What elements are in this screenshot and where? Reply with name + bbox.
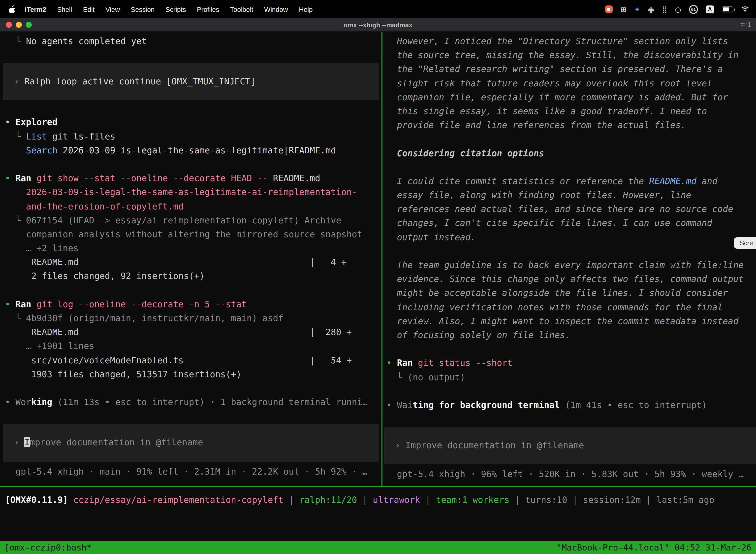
terminal-line: companion file, especially if more comme… xyxy=(386,90,756,104)
terminal-line: I could cite commit statistics or refere… xyxy=(386,174,756,188)
terminal-line: • Explored xyxy=(5,115,381,129)
window-title: omx --xhigh --madmax xyxy=(343,21,412,29)
terminal-line: Considering citation options xyxy=(386,146,756,160)
window-shortcut-badge: ⌥⌘1 xyxy=(740,21,751,28)
prompt-input-box[interactable]: › Improve documentation in @filename xyxy=(384,427,756,464)
menubar-item-scripts[interactable]: Scripts xyxy=(160,6,191,13)
terminal-line: • Ran git status --short xyxy=(386,356,756,370)
terminal-line: changes, I can't cite specific file line… xyxy=(386,216,756,230)
input-source-icon[interactable]: A xyxy=(706,5,714,13)
terminal-line: README.md | 280 + xyxy=(5,325,381,339)
pane-divider-horizontal xyxy=(0,486,756,487)
close-window-button[interactable] xyxy=(6,22,12,28)
menubar-item-profiles[interactable]: Profiles xyxy=(191,6,225,13)
menubar-item-session[interactable]: Session xyxy=(125,6,160,13)
terminal-line: companion analysis without altering the … xyxy=(5,227,381,241)
terminal-line: However, I noticed the "Directory Struct… xyxy=(386,34,756,48)
minimize-window-button[interactable] xyxy=(16,22,22,28)
screen-edge-overlay-button[interactable]: Scre xyxy=(734,237,756,249)
terminal-line: • Waiting for background terminal (1m 41… xyxy=(386,398,756,412)
terminal-line: └ 067f154 (HEAD -> essay/ai-reimplementa… xyxy=(5,213,381,227)
terminal-line: gpt-5.4 xhigh · 96% left · 520K in · 5.8… xyxy=(386,467,756,481)
traffic-lights xyxy=(6,22,32,28)
terminal-line: 2 files changed, 92 insertions(+) xyxy=(5,269,381,283)
apple-menu[interactable] xyxy=(9,5,15,13)
terminal-line: references need actual files, and since … xyxy=(386,202,756,216)
notice-box: › Ralph loop active continue [OMX_TMUX_I… xyxy=(3,63,379,100)
terminal-line: the source tree, missing the essay. Stil… xyxy=(386,48,756,62)
tmux-host-clock-label: "MacBook-Pro-44.local" 04:52 31-Mar-26 xyxy=(557,543,752,553)
terminal-line: • Ran git show --stat --oneline --decora… xyxy=(5,171,381,185)
terminal-line: review. Also, I might want to inspect th… xyxy=(386,314,756,328)
menubar-item-edit[interactable]: Edit xyxy=(78,6,100,13)
terminal-line: gpt-5.4 xhigh · main · 91% left · 2.31M … xyxy=(5,464,381,478)
terminal-line: └ No agents completed yet xyxy=(5,34,381,48)
terminal-line: └ 4b9d30f (origin/main, instructkr/main,… xyxy=(5,311,381,325)
terminal: └ No agents completed yet› Ralph loop ac… xyxy=(0,32,756,554)
terminal-line: and-the-erosion-of-copyleft.md xyxy=(5,199,381,213)
menubar-item-list: iTerm2ShellEditViewSessionScriptsProfile… xyxy=(19,5,318,14)
terminal-line xyxy=(386,132,756,146)
terminal-line: provide file and line references from th… xyxy=(386,118,756,132)
zoom-window-button[interactable] xyxy=(26,22,32,28)
terminal-line xyxy=(5,381,381,395)
omx-status-line: [OMX#0.11.9] cczip/essay/ai-reimplementa… xyxy=(5,493,714,507)
terminal-line: … +2 lines xyxy=(5,241,381,255)
menubar-item-iterm2[interactable]: iTerm2 xyxy=(19,6,52,13)
terminal-line: 1903 files changed, 513517 insertions(+) xyxy=(5,367,381,381)
battery-nub xyxy=(734,8,735,11)
battery-icon[interactable] xyxy=(722,6,733,12)
wifi-icon[interactable] xyxy=(741,6,749,12)
terminal-line: › Improve documentation in @filename xyxy=(395,438,756,452)
terminal-line: evidence. Since this change only affects… xyxy=(386,272,756,286)
terminal-line xyxy=(386,160,756,174)
screen-recording-indicator-icon[interactable] xyxy=(605,5,613,13)
terminal-line: › Ralph loop active continue [OMX_TMUX_I… xyxy=(14,74,379,88)
prompt-input-box[interactable]: › Improve documentation in @filename xyxy=(3,424,379,461)
terminal-line: src/voice/voiceModeEnabled.ts | 54 + xyxy=(5,353,381,367)
menubar-item-shell[interactable]: Shell xyxy=(52,6,78,13)
tmux-session-label: [omx-cczip0:bash* xyxy=(4,543,92,553)
screen: iTerm2ShellEditViewSessionScriptsProfile… xyxy=(0,0,756,554)
menubar-item-help[interactable]: Help xyxy=(294,6,318,13)
window-titlebar[interactable]: omx --xhigh --madmax ⌥⌘1 xyxy=(0,18,756,32)
terminal-line xyxy=(5,283,381,297)
terminal-line: Search 2026-03-09-is-legal-the-same-as-l… xyxy=(5,144,381,157)
terminal-line xyxy=(386,244,756,258)
tmux-status-bar: [omx-cczip0:bash* "MacBook-Pro-44.local"… xyxy=(0,541,756,554)
battery-gauge-icon[interactable]: 61 xyxy=(689,5,698,14)
text-cursor: I xyxy=(24,438,29,447)
menubar-item-view[interactable]: View xyxy=(100,6,125,13)
battery-fill xyxy=(723,7,729,11)
menubar: iTerm2ShellEditViewSessionScriptsProfile… xyxy=(0,0,756,18)
menubar-menus: iTerm2ShellEditViewSessionScriptsProfile… xyxy=(9,5,318,14)
terminal-line: • Ran git log --oneline --decorate -n 5 … xyxy=(5,297,381,311)
ring-app-icon[interactable]: ○ xyxy=(675,6,681,13)
terminal-line: might be acceptable alongside the file l… xyxy=(386,286,756,300)
terminal-line: including verification notes with those … xyxy=(386,300,756,314)
terminal-line: output instead. xyxy=(386,230,756,244)
terminal-line xyxy=(386,384,756,398)
left-pane[interactable]: └ No agents completed yet› Ralph loop ac… xyxy=(0,32,381,486)
menubar-status-icons: ⊞ ✦ ◉ ⣿ ○ 61 A xyxy=(605,5,749,14)
terminal-line xyxy=(386,342,756,356)
dots-grid-icon[interactable]: ⣿ xyxy=(662,6,667,13)
grid-app-icon[interactable]: ⊞ xyxy=(621,6,626,13)
terminal-line: essay file, along with finding root file… xyxy=(386,188,756,202)
apple-icon xyxy=(9,5,15,13)
terminal-line: … +1901 lines xyxy=(5,339,381,353)
terminal-line: • Working (11m 13s • esc to interrupt) ·… xyxy=(5,395,381,409)
terminal-line: of focusing solely on file lines. xyxy=(386,328,756,342)
spark-app-icon[interactable]: ✦ xyxy=(634,6,640,13)
terminal-line: README.md | 4 + xyxy=(5,256,381,269)
circle-app-icon[interactable]: ◉ xyxy=(648,6,654,13)
terminal-line: › Improve documentation in @filename xyxy=(14,436,379,449)
menubar-item-window[interactable]: Window xyxy=(259,6,294,13)
terminal-line: └ (no output) xyxy=(386,370,756,384)
menubar-item-toolbelt[interactable]: Toolbelt xyxy=(225,6,259,13)
terminal-line: slight risk that future readers may over… xyxy=(386,76,756,90)
terminal-line: └ List git ls-files xyxy=(5,129,381,143)
terminal-line xyxy=(5,157,381,171)
right-pane[interactable]: However, I noticed the "Directory Struct… xyxy=(382,32,756,486)
terminal-line: the "Related research writing" section i… xyxy=(386,62,756,76)
